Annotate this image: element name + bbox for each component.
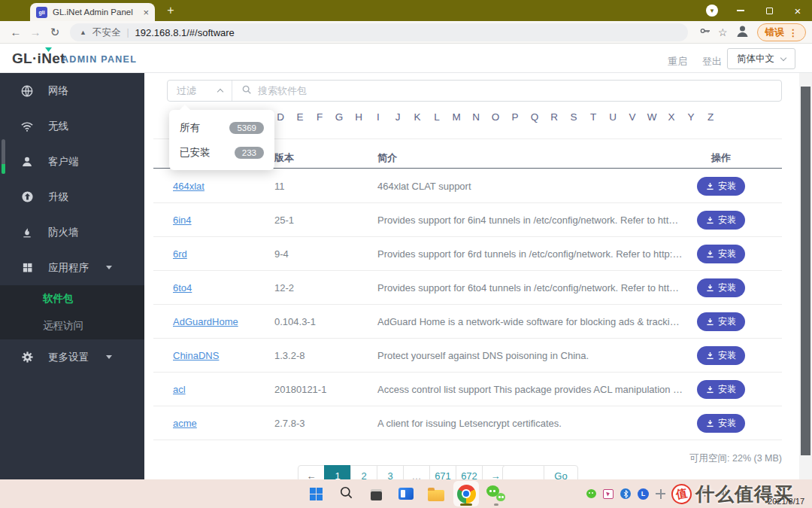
install-button[interactable]: 安装 <box>697 177 745 196</box>
sidebar-item-packages[interactable]: 软件包 <box>0 285 144 312</box>
tab-close-icon[interactable]: × <box>143 7 149 18</box>
wechat-taskbar-button[interactable] <box>483 481 509 506</box>
logout-link[interactable]: 登出 <box>702 55 722 68</box>
taskbar-search-button[interactable] <box>333 481 359 506</box>
package-link[interactable]: ChinaDNS <box>173 350 219 361</box>
expand-caret-icon <box>106 355 112 359</box>
scrollbar-thumb[interactable] <box>801 87 810 455</box>
package-link[interactable]: 6to4 <box>173 282 192 294</box>
window-restore-button[interactable] <box>755 0 783 21</box>
letter-link[interactable]: G <box>329 111 349 123</box>
letter-link[interactable]: L <box>427 111 447 123</box>
filter-dropdown-toggle[interactable]: 过滤 <box>168 81 232 101</box>
letter-link[interactable]: V <box>623 111 642 123</box>
letter-link[interactable]: T <box>583 111 603 123</box>
l-app-tray-icon[interactable]: L <box>638 488 649 500</box>
avatar[interactable] <box>735 23 750 42</box>
package-description: Provides support for 6to4 tunnels in /et… <box>377 282 694 294</box>
url-bar[interactable]: ▲ 不安全 | 192.168.8.1/#/software <box>70 23 688 41</box>
letter-link[interactable]: O <box>486 111 505 123</box>
capture-tool-tray-icon[interactable] <box>603 489 614 499</box>
back-button[interactable]: ← <box>6 26 26 38</box>
letter-link[interactable]: J <box>388 111 408 123</box>
sidebar-item-network[interactable]: 网络 <box>0 73 144 108</box>
sidebar-item-applications[interactable]: 应用程序 <box>0 250 144 285</box>
install-button[interactable]: 安装 <box>697 346 745 365</box>
browser-error-menu-button[interactable]: 错误 ⋮ <box>757 23 807 41</box>
letter-link[interactable]: N <box>466 111 486 123</box>
letter-link[interactable]: H <box>349 111 368 123</box>
sidebar-item-upgrade[interactable]: 升级 <box>0 179 144 214</box>
reload-button[interactable]: ↻ <box>45 26 65 39</box>
letter-link[interactable]: E <box>290 111 310 123</box>
install-label: 安装 <box>718 214 736 227</box>
package-version: 25-1 <box>274 214 377 226</box>
window-minimize-button[interactable] <box>726 0 755 21</box>
filter-label: 过滤 <box>177 84 196 98</box>
applications-submenu: 软件包 远程访问 <box>0 285 144 339</box>
letter-link[interactable]: I <box>368 111 388 123</box>
bookmark-star-icon[interactable]: ☆ <box>718 26 728 38</box>
letter-link[interactable]: Z <box>701 111 720 123</box>
sidebar-item-firewall[interactable]: 防火墙 <box>0 214 144 250</box>
letter-link[interactable]: Q <box>525 111 544 123</box>
package-link[interactable]: 6rd <box>173 248 187 260</box>
wechat-tray-icon[interactable] <box>586 489 596 498</box>
letter-link[interactable]: R <box>544 111 564 123</box>
sidebar-item-clients[interactable]: 客户端 <box>0 144 144 179</box>
letter-link[interactable]: K <box>408 111 427 123</box>
letter-link[interactable]: W <box>642 111 662 123</box>
sidebar-scroll-indicator[interactable] <box>2 139 5 174</box>
package-link[interactable]: AdGuardHome <box>173 316 238 327</box>
letter-link[interactable]: U <box>603 111 623 123</box>
package-description: A client for issuing Letsencrypt certifi… <box>377 418 694 429</box>
package-link[interactable]: acl <box>173 384 186 395</box>
letter-link[interactable]: F <box>310 111 329 123</box>
count-badge: 5369 <box>229 122 264 134</box>
page-scrollbar[interactable] <box>799 73 812 479</box>
letter-link[interactable]: S <box>564 111 583 123</box>
task-view-button[interactable] <box>363 481 389 506</box>
filter-option-all[interactable]: 所有 5369 <box>169 115 274 140</box>
restart-link[interactable]: 重启 <box>668 55 687 68</box>
letter-link[interactable]: P <box>505 111 525 123</box>
package-link[interactable]: 464xlat <box>173 181 205 192</box>
start-button[interactable] <box>303 481 329 506</box>
install-button[interactable]: 安装 <box>697 312 745 331</box>
file-explorer-button[interactable] <box>423 481 449 506</box>
sidebar-item-wireless[interactable]: 无线 <box>0 108 144 144</box>
install-button[interactable]: 安装 <box>697 278 745 297</box>
forward-button[interactable]: → <box>26 26 45 38</box>
url-text: 192.168.8.1/#/software <box>135 27 235 38</box>
widgets-app-button[interactable] <box>393 481 419 506</box>
letter-link[interactable]: Y <box>681 111 701 123</box>
taskbar-date[interactable]: 2021/8/17 <box>768 497 804 506</box>
letter-link[interactable]: X <box>662 111 681 123</box>
filter-bar: 过滤 <box>167 80 782 102</box>
window-close-button[interactable]: × <box>783 0 812 21</box>
filter-option-installed[interactable]: 已安装 233 <box>169 140 274 165</box>
sidebar-item-label: 无线 <box>48 120 68 133</box>
package-link[interactable]: acme <box>173 418 197 429</box>
sidebar-item-label: 客户端 <box>48 155 79 169</box>
language-select[interactable]: 简体中文 <box>727 48 795 69</box>
letter-link[interactable]: M <box>447 111 466 123</box>
install-button[interactable]: 安装 <box>697 245 745 263</box>
password-key-icon[interactable] <box>699 25 711 40</box>
bluetooth-tray-icon[interactable] <box>620 488 631 499</box>
folder-icon <box>428 490 444 501</box>
browser-tab[interactable]: gli GL.iNet Admin Panel × <box>30 3 155 21</box>
column-description: 简介 <box>377 151 694 165</box>
sidebar-item-remote-access[interactable]: 远程访问 <box>0 312 144 339</box>
chrome-taskbar-button[interactable] <box>453 481 479 506</box>
install-button[interactable]: 安装 <box>697 211 745 230</box>
install-button[interactable]: 安装 <box>697 414 745 433</box>
new-tab-button[interactable]: + <box>162 2 179 19</box>
install-button[interactable]: 安装 <box>697 380 745 399</box>
sidebar-item-more-settings[interactable]: 更多设置 <box>0 339 144 375</box>
alphabet-filter: D E F G H I J K L M N O P Q R S T U V W … <box>271 111 720 123</box>
profile-chevron-button[interactable]: ▾ <box>698 0 726 21</box>
search-input[interactable] <box>258 85 772 96</box>
package-link[interactable]: 6in4 <box>173 214 192 226</box>
move-tray-icon[interactable] <box>656 489 665 499</box>
